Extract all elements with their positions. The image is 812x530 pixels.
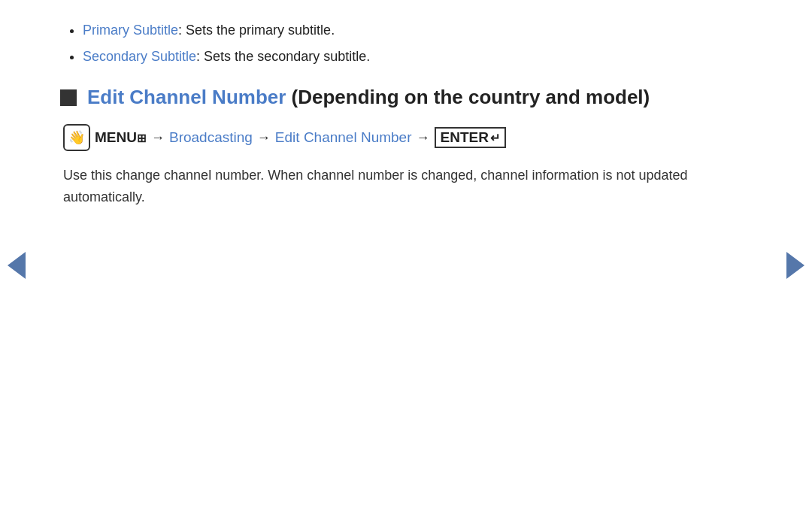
secondary-subtitle-text: : Sets the secondary subtitle. xyxy=(196,49,370,64)
enter-button: ENTER↵ xyxy=(435,127,506,148)
bullet-list: Primary Subtitle: Sets the primary subti… xyxy=(60,23,752,65)
arrow-1: → xyxy=(151,130,165,146)
primary-subtitle-link[interactable]: Primary Subtitle xyxy=(83,23,178,38)
arrow-2: → xyxy=(257,130,271,146)
section-title-black: (Depending on the country and model) xyxy=(286,86,650,108)
secondary-subtitle-link[interactable]: Secondary Subtitle xyxy=(83,49,196,64)
menu-label: MENU⊞ xyxy=(95,129,147,146)
primary-subtitle-text: : Sets the primary subtitle. xyxy=(178,23,335,38)
section-square-icon xyxy=(60,89,77,106)
enter-symbol: ↵ xyxy=(490,131,500,145)
arrow-3: → xyxy=(417,130,430,146)
list-item-secondary-subtitle: Secondary Subtitle: Sets the secondary s… xyxy=(83,49,752,65)
section-title-blue: Edit Channel Number xyxy=(87,86,286,108)
menu-path: 👋 MENU⊞ → Broadcasting → Edit Channel Nu… xyxy=(60,124,752,151)
enter-label: ENTER xyxy=(441,129,489,146)
breadcrumb-edit-channel-number[interactable]: Edit Channel Number xyxy=(275,129,412,146)
breadcrumb-broadcasting[interactable]: Broadcasting xyxy=(169,129,253,146)
description-text: Use this change channel number. When cha… xyxy=(60,165,737,208)
section-title: Edit Channel Number (Depending on the co… xyxy=(87,86,650,109)
nav-next-button[interactable] xyxy=(786,252,804,279)
section-header: Edit Channel Number (Depending on the co… xyxy=(60,86,752,109)
menu-icon: 👋 xyxy=(63,124,90,151)
list-item-primary-subtitle: Primary Subtitle: Sets the primary subti… xyxy=(83,23,752,38)
nav-prev-button[interactable] xyxy=(8,252,26,279)
main-content: Primary Subtitle: Sets the primary subti… xyxy=(0,0,812,231)
